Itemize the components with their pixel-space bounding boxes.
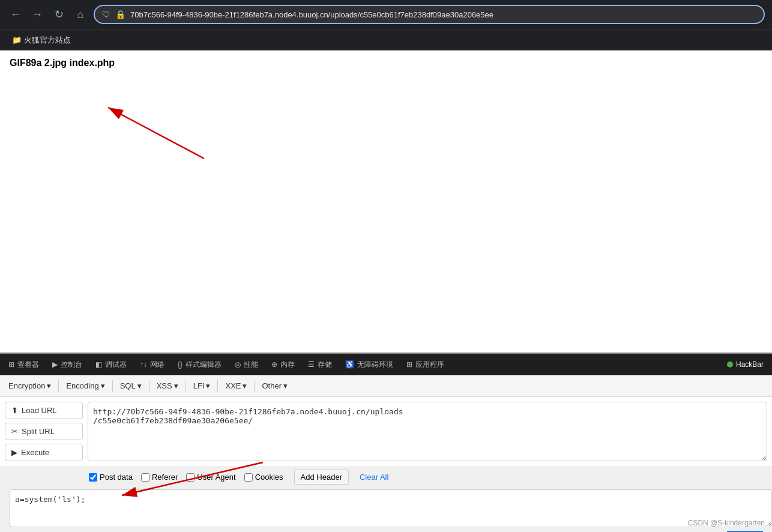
- clear-all-button[interactable]: Clear All: [360, 473, 388, 482]
- forward-button[interactable]: →: [29, 6, 46, 23]
- sep-3: [149, 380, 149, 392]
- sql-chevron: ▾: [137, 381, 142, 390]
- bookmarks-bar: 📁 火狐官方站点: [0, 29, 772, 50]
- tab-storage-label: 存储: [318, 360, 332, 370]
- load-url-label: Load URL: [22, 406, 57, 415]
- svg-line-1: [108, 107, 204, 159]
- xxe-menu[interactable]: XXE ▾: [222, 379, 250, 393]
- inspector-icon: ⊞: [8, 360, 14, 369]
- tab-style-editor[interactable]: {} 样式编辑器: [172, 355, 228, 374]
- encoding-label: Encoding: [66, 381, 98, 390]
- address-bar[interactable]: 🛡 🔒 70b7c566-94f9-4836-90be-21f1286feb7a…: [94, 5, 765, 24]
- debugger-icon: ◧: [95, 360, 102, 369]
- console-icon: ▶: [52, 360, 58, 369]
- cookies-option[interactable]: Cookies: [244, 473, 283, 482]
- lfi-chevron: ▾: [206, 381, 210, 390]
- xxe-label: XXE: [225, 381, 241, 390]
- hackbar-action-buttons: ⬆ Load URL ✂ Split URL ▶ Execute: [5, 402, 83, 461]
- perf-icon: ◎: [235, 360, 241, 369]
- tab-accessibility-label: 无障碍环境: [357, 360, 393, 370]
- tab-memory[interactable]: ⊕ 内存: [265, 355, 301, 374]
- tab-style-label: 样式编辑器: [185, 360, 222, 370]
- post-data-checkbox[interactable]: [89, 473, 97, 482]
- add-header-button[interactable]: Add Header: [294, 470, 349, 485]
- user-agent-label: User Agent: [197, 473, 235, 482]
- lock-icon: 🔒: [115, 10, 125, 19]
- annotation-arrow-1: [60, 98, 216, 171]
- tab-console[interactable]: ▶ 控制台: [46, 355, 88, 374]
- hackbar-menu-bar: Encryption ▾ Encoding ▾ SQL ▾ XSS ▾ LFI …: [0, 375, 772, 397]
- tab-hackbar-label: HackBar: [736, 360, 764, 369]
- sql-label: SQL: [120, 381, 136, 390]
- tab-performance[interactable]: ◎ 性能: [229, 355, 264, 374]
- clear-all-label: Clear All: [360, 473, 388, 482]
- storage-icon: ☰: [308, 360, 315, 369]
- memory-icon: ⊕: [271, 360, 277, 369]
- hackbar-url-section: ⬆ Load URL ✂ Split URL ▶ Execute http://…: [0, 397, 772, 466]
- encryption-chevron: ▾: [47, 381, 51, 390]
- application-icon: ⊞: [406, 360, 412, 369]
- page-text: GIF89a 2.jpg index.php: [0, 50, 772, 76]
- sep-2: [112, 380, 113, 392]
- sep-4: [185, 380, 186, 392]
- tab-memory-label: 内存: [280, 360, 295, 370]
- encoding-menu[interactable]: Encoding ▾: [62, 379, 108, 393]
- user-agent-option[interactable]: User Agent: [186, 473, 235, 482]
- folder-icon: 📁: [12, 35, 22, 44]
- reload-button[interactable]: ↻: [50, 6, 67, 23]
- xss-chevron: ▾: [174, 381, 178, 390]
- tab-debugger[interactable]: ◧ 调试器: [89, 355, 133, 374]
- split-icon: ✂: [11, 427, 18, 436]
- tab-inspector[interactable]: ⊞ 查看器: [2, 355, 45, 374]
- back-button[interactable]: ←: [7, 6, 24, 23]
- sql-menu[interactable]: SQL ▾: [116, 379, 145, 393]
- referer-checkbox[interactable]: [141, 473, 149, 482]
- tab-inspector-label: 查看器: [17, 360, 39, 370]
- csdn-watermark: CSDN @S-kindergarten: [688, 519, 765, 527]
- tab-hackbar[interactable]: HackBar: [721, 355, 770, 374]
- post-data-section: a=system('ls');: [5, 489, 767, 527]
- url-input[interactable]: http://70b7c566-94f9-4836-90be-21f1286fe…: [88, 402, 767, 461]
- tab-network-label: 网络: [150, 360, 164, 370]
- home-button[interactable]: ⌂: [72, 6, 89, 23]
- execute-button[interactable]: ▶ Execute: [5, 444, 83, 461]
- tab-storage[interactable]: ☰ 存储: [302, 355, 338, 374]
- tab-console-label: 控制台: [61, 360, 82, 370]
- other-menu[interactable]: Other ▾: [258, 379, 291, 393]
- tab-perf-label: 性能: [244, 360, 258, 370]
- page-content-area: GIF89a 2.jpg index.php: [0, 50, 772, 321]
- lfi-menu[interactable]: LFI ▾: [190, 379, 214, 393]
- tab-network[interactable]: ↑↓ 网络: [134, 355, 170, 374]
- url-display: 70b7c566-94f9-4836-90be-21f1286feb7a.nod…: [130, 10, 756, 19]
- other-chevron: ▾: [283, 381, 288, 390]
- tab-application[interactable]: ⊞ 应用程序: [400, 355, 450, 374]
- cookies-label: Cookies: [255, 473, 283, 482]
- other-label: Other: [262, 381, 282, 390]
- xss-label: XSS: [157, 381, 172, 390]
- xss-menu[interactable]: XSS ▾: [153, 379, 182, 393]
- referer-option[interactable]: Referer: [141, 473, 178, 482]
- cookies-checkbox[interactable]: [244, 473, 253, 482]
- tab-debugger-label: 调试器: [105, 360, 127, 370]
- split-url-button[interactable]: ✂ Split URL: [5, 423, 83, 440]
- encryption-label: Encryption: [8, 381, 45, 390]
- bookmark-label: 火狐官方站点: [24, 35, 71, 46]
- hackbar-active-indicator: [727, 361, 733, 367]
- devtools-tab-bar: ⊞ 查看器 ▶ 控制台 ◧ 调试器 ↑↓ 网络 {} 样式编辑器 ◎ 性能 ⊕ …: [0, 354, 772, 375]
- post-data-label: Post data: [100, 473, 133, 482]
- style-icon: {}: [178, 360, 182, 369]
- encoding-chevron: ▾: [101, 381, 105, 390]
- encryption-menu[interactable]: Encryption ▾: [5, 379, 55, 393]
- shield-icon: 🛡: [102, 10, 110, 19]
- bookmark-item[interactable]: 📁 火狐官方站点: [7, 32, 76, 48]
- referer-label: Referer: [152, 473, 178, 482]
- tab-accessibility[interactable]: ♿ 无障碍环境: [339, 355, 399, 374]
- tab-application-label: 应用程序: [415, 360, 444, 370]
- user-agent-checkbox[interactable]: [186, 473, 195, 482]
- post-data-option[interactable]: Post data: [89, 473, 133, 482]
- lfi-label: LFI: [193, 381, 205, 390]
- devtools-panel: ⊞ 查看器 ▶ 控制台 ◧ 调试器 ↑↓ 网络 {} 样式编辑器 ◎ 性能 ⊕ …: [0, 352, 772, 532]
- load-url-button[interactable]: ⬆ Load URL: [5, 402, 83, 419]
- post-data-input[interactable]: a=system('ls');: [10, 489, 772, 527]
- accessibility-icon: ♿: [345, 360, 354, 369]
